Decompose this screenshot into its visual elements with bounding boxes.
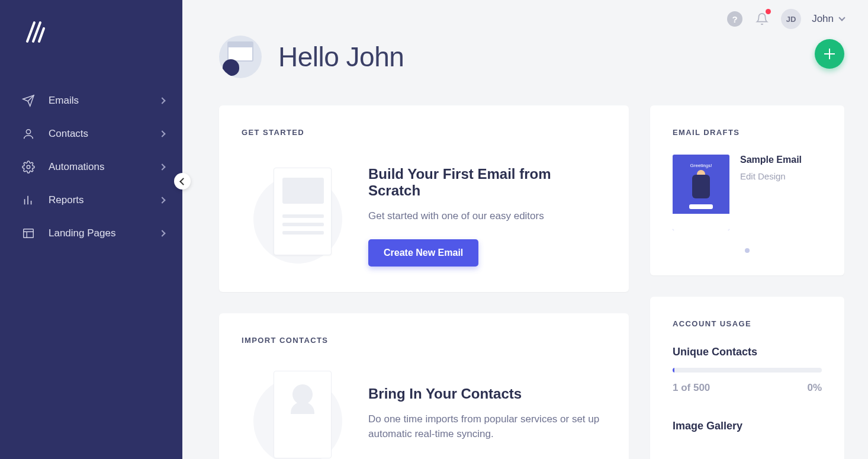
account-usage-card: ACCOUNT USAGE Unique Contacts 1 of 500 0… bbox=[650, 297, 844, 459]
get-started-subtitle: Get started with one of our easy editors bbox=[368, 208, 606, 224]
get-started-title: Build Your First Email from Scratch bbox=[368, 166, 606, 199]
chevron-right-icon bbox=[159, 163, 165, 170]
chevron-right-icon bbox=[159, 230, 165, 236]
nav-label: Automations bbox=[49, 161, 160, 173]
sidebar: Emails Contacts Automations bbox=[0, 0, 182, 459]
nav-label: Reports bbox=[49, 194, 160, 206]
import-contacts-subtitle: Do one time imports from popular service… bbox=[368, 412, 606, 442]
usage-contacts-progress bbox=[673, 368, 822, 373]
draft-action: Edit Design bbox=[740, 171, 802, 181]
svg-rect-8 bbox=[24, 229, 34, 238]
usage-contacts-percent: 0% bbox=[807, 382, 822, 394]
carousel-dot[interactable] bbox=[745, 248, 750, 253]
chevron-right-icon bbox=[159, 197, 165, 203]
greeting: Hello John bbox=[219, 36, 844, 78]
card-header: EMAIL DRAFTS bbox=[673, 128, 822, 137]
page-icon bbox=[21, 226, 36, 240]
help-icon: ? bbox=[727, 11, 742, 27]
svg-line-2 bbox=[39, 28, 44, 41]
card-header: IMPORT CONTACTS bbox=[242, 336, 606, 345]
svg-point-3 bbox=[26, 130, 30, 134]
chevron-right-icon bbox=[159, 130, 165, 137]
chevron-right-icon bbox=[159, 97, 165, 104]
greeting-title: Hello John bbox=[278, 41, 404, 73]
app-logo[interactable] bbox=[22, 17, 182, 49]
draft-item[interactable]: Greetings! Sample Email Edit Design bbox=[673, 155, 822, 230]
import-contacts-card: IMPORT CONTACTS Bring In Your Contact bbox=[219, 313, 629, 459]
usage-gallery-label: Image Gallery bbox=[673, 420, 822, 432]
nav-label: Contacts bbox=[49, 128, 160, 140]
notifications-button[interactable] bbox=[754, 11, 770, 27]
chevron-down-icon bbox=[838, 14, 845, 21]
bell-icon bbox=[756, 12, 769, 25]
nav-label: Emails bbox=[49, 95, 160, 107]
usage-contacts-label: Unique Contacts bbox=[673, 346, 822, 358]
svg-point-4 bbox=[27, 165, 30, 169]
send-icon bbox=[21, 94, 36, 108]
nav-item-contacts[interactable]: Contacts bbox=[0, 117, 182, 150]
nav-label: Landing Pages bbox=[49, 227, 160, 239]
nav-item-landing-pages[interactable]: Landing Pages bbox=[0, 217, 182, 250]
greeting-illustration bbox=[219, 36, 262, 78]
create-fab[interactable] bbox=[815, 39, 844, 69]
contact-placeholder-illustration bbox=[242, 371, 342, 459]
nav-item-automations[interactable]: Automations bbox=[0, 150, 182, 184]
usage-contacts-stat: 1 of 500 bbox=[673, 382, 710, 394]
draft-thumbnail: Greetings! bbox=[673, 155, 729, 230]
nav-item-reports[interactable]: Reports bbox=[0, 184, 182, 217]
card-header: GET STARTED bbox=[242, 128, 606, 137]
card-header: ACCOUNT USAGE bbox=[673, 319, 822, 328]
user-name: John bbox=[812, 13, 834, 25]
person-icon bbox=[21, 127, 36, 141]
user-menu[interactable]: John bbox=[812, 13, 844, 25]
email-drafts-card: EMAIL DRAFTS Greetings! Sample Email bbox=[650, 105, 844, 275]
notification-dot bbox=[766, 9, 771, 14]
draft-title: Sample Email bbox=[740, 155, 802, 165]
topbar: ? JD John bbox=[219, 0, 844, 30]
nav-list: Emails Contacts Automations bbox=[0, 84, 182, 250]
gear-icon bbox=[21, 160, 36, 174]
bars-icon bbox=[21, 193, 36, 207]
help-button[interactable]: ? bbox=[726, 11, 743, 27]
main-content: ? JD John Hello John bbox=[182, 0, 868, 459]
import-contacts-title: Bring In Your Contacts bbox=[368, 386, 606, 402]
email-placeholder-illustration bbox=[242, 163, 342, 269]
get-started-card: GET STARTED bbox=[219, 105, 629, 292]
carousel-dots bbox=[673, 248, 822, 253]
create-new-email-button[interactable]: Create New Email bbox=[368, 239, 478, 267]
user-avatar[interactable]: JD bbox=[781, 9, 801, 29]
nav-item-emails[interactable]: Emails bbox=[0, 84, 182, 117]
